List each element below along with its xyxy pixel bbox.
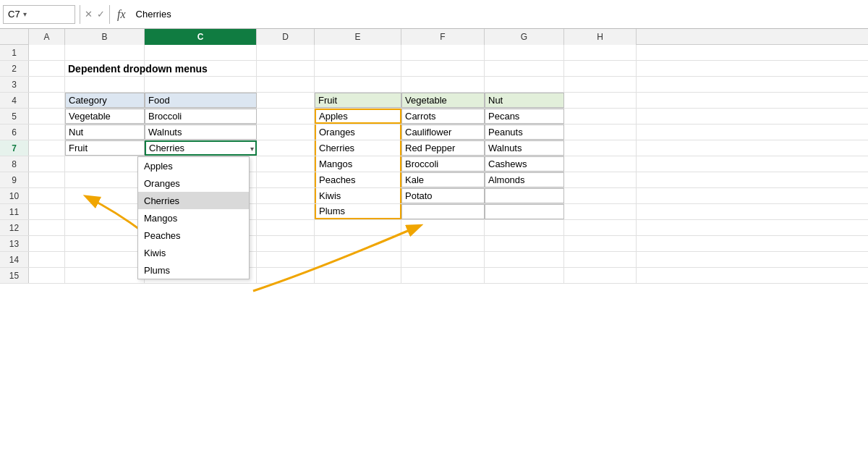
cell-F4-header[interactable]: Vegetable [401,93,485,108]
cell-D11[interactable] [257,204,315,219]
cell-F5[interactable]: Carrots [401,109,485,124]
col-header-C[interactable]: C [145,29,257,45]
cell-B14[interactable] [65,252,145,267]
cell-E5[interactable]: Apples [315,109,401,124]
cell-B1[interactable] [65,45,145,60]
cell-F2[interactable] [401,61,485,76]
cell-B15[interactable] [65,268,145,283]
cell-F11[interactable] [401,204,485,219]
cell-G15[interactable] [485,268,564,283]
cell-A6[interactable] [29,124,65,140]
confirm-icon[interactable]: ✓ [97,9,105,20]
col-header-F[interactable]: F [401,29,485,45]
cell-A5[interactable] [29,109,65,124]
cell-H4[interactable] [564,93,637,108]
cell-F6[interactable]: Cauliflower [401,124,485,140]
dropdown-item-kiwis[interactable]: Kiwis [138,244,249,261]
cell-E2[interactable] [315,61,401,76]
cell-H10[interactable] [564,188,637,203]
cell-B13[interactable] [65,236,145,251]
cell-G8[interactable]: Cashews [485,156,564,172]
cell-D6[interactable] [257,124,315,140]
cell-A9[interactable] [29,172,65,187]
cell-D3[interactable] [257,77,315,92]
cell-G3[interactable] [485,77,564,92]
cell-A4[interactable] [29,93,65,108]
dropdown-item-cherries[interactable]: Cherries [138,192,249,209]
dropdown-item-apples[interactable]: Apples [138,157,249,174]
cell-H11[interactable] [564,204,637,219]
cell-D1[interactable] [257,45,315,60]
cell-H6[interactable] [564,124,637,140]
cell-F9[interactable]: Kale [401,172,485,187]
col-header-E[interactable]: E [315,29,401,45]
cell-D7[interactable] [257,140,315,156]
cell-A11[interactable] [29,204,65,219]
cell-D2[interactable] [257,61,315,76]
cell-B2[interactable]: Dependent dropdown menus [65,61,145,76]
cell-H15[interactable] [564,268,637,283]
cell-D4[interactable] [257,93,315,108]
cell-E3[interactable] [315,77,401,92]
cell-C4-header[interactable]: Food [145,93,257,108]
cell-G7[interactable]: Walnuts [485,140,564,156]
cell-F3[interactable] [401,77,485,92]
cell-C1[interactable] [145,45,257,60]
cell-F8[interactable]: Broccoli [401,156,485,172]
cell-G1[interactable] [485,45,564,60]
col-header-A[interactable]: A [29,29,65,45]
cell-A2[interactable] [29,61,65,76]
cell-C3[interactable] [145,77,257,92]
cell-A8[interactable] [29,156,65,172]
dropdown-menu[interactable]: Apples Oranges Cherries Mangos Peaches K… [137,156,250,279]
cell-F15[interactable] [401,268,485,283]
formula-input[interactable] [130,9,865,20]
cell-E12[interactable] [315,220,401,235]
cell-G5[interactable]: Pecans [485,109,564,124]
cancel-icon[interactable]: ✕ [85,9,93,20]
cell-D13[interactable] [257,236,315,251]
cell-B5[interactable]: Vegetable [65,109,145,124]
cell-G2[interactable] [485,61,564,76]
cell-G11[interactable] [485,204,564,219]
cell-E9[interactable]: Peaches [315,172,401,187]
cell-E11[interactable]: Plums [315,204,401,219]
cell-A13[interactable] [29,236,65,251]
cell-F14[interactable] [401,252,485,267]
cell-B10[interactable] [65,188,145,203]
cell-D12[interactable] [257,220,315,235]
cell-C6[interactable]: Walnuts [145,124,257,140]
cell-G10[interactable] [485,188,564,203]
cell-D5[interactable] [257,109,315,124]
cell-E13[interactable] [315,236,401,251]
cell-F1[interactable] [401,45,485,60]
dropdown-item-oranges[interactable]: Oranges [138,174,249,192]
cell-B7[interactable]: Fruit [65,140,145,156]
cell-E6[interactable]: Oranges [315,124,401,140]
cell-A14[interactable] [29,252,65,267]
cell-H8[interactable] [564,156,637,172]
cell-G14[interactable] [485,252,564,267]
cell-B6[interactable]: Nut [65,124,145,140]
dropdown-chevron-icon[interactable]: ▾ [23,10,27,18]
cell-H13[interactable] [564,236,637,251]
cell-G13[interactable] [485,236,564,251]
cell-C7[interactable]: Cherries ▾ [145,140,257,156]
cell-D10[interactable] [257,188,315,203]
cell-E10[interactable]: Kiwis [315,188,401,203]
cell-D9[interactable] [257,172,315,187]
cell-B11[interactable] [65,204,145,219]
col-header-D[interactable]: D [257,29,315,45]
cell-A12[interactable] [29,220,65,235]
col-header-G[interactable]: G [485,29,564,45]
cell-B9[interactable] [65,172,145,187]
col-header-H[interactable]: H [564,29,637,45]
cell-H14[interactable] [564,252,637,267]
cell-A1[interactable] [29,45,65,60]
cell-G4-header[interactable]: Nut [485,93,564,108]
cell-H1[interactable] [564,45,637,60]
dropdown-item-peaches[interactable]: Peaches [138,227,249,244]
cell-H3[interactable] [564,77,637,92]
cell-dropdown-arrow[interactable]: ▾ [250,144,254,152]
cell-B3[interactable] [65,77,145,92]
